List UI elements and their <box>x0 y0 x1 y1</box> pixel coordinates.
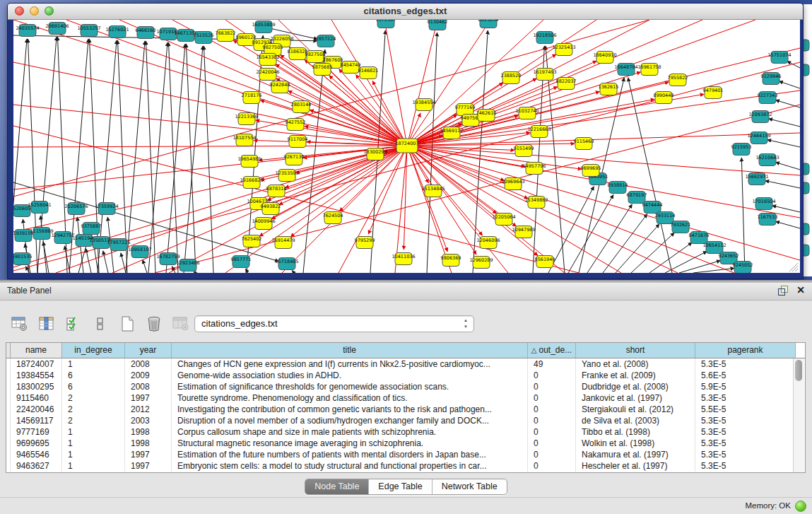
column-header-title[interactable]: title <box>172 343 528 358</box>
table-row[interactable]: 1456911722003Disruption of a novel membe… <box>6 415 805 426</box>
cell-in_degree[interactable]: 1 <box>62 449 125 460</box>
cell-year[interactable]: 2003 <box>125 415 172 426</box>
table-scrollbar-thumb[interactable] <box>795 360 802 381</box>
cell-pagerank[interactable]: 5.6E-5 <box>695 370 796 381</box>
table-select-dropdown[interactable]: citations_edges.txt ▲▼ <box>194 315 474 332</box>
tab-network-table[interactable]: Network Table <box>433 479 507 494</box>
cell-in_degree[interactable]: 1 <box>62 438 125 449</box>
cell-pagerank[interactable]: 5.3E-5 <box>695 449 796 460</box>
column-header-year[interactable]: year <box>125 343 172 358</box>
cell-pagerank[interactable]: 5.3E-5 <box>695 415 796 426</box>
cell-title[interactable]: Tourette syndrome. Phenomenology and cla… <box>172 392 528 404</box>
cell-short[interactable]: Stergiakouli et al. (2012) <box>576 404 695 415</box>
column-header-name[interactable]: name <box>11 343 62 358</box>
table-scrollbar[interactable] <box>793 358 804 472</box>
cell-in_degree[interactable]: 6 <box>62 370 125 381</box>
table-row[interactable]: 946554611997Estimation of the future num… <box>6 449 805 460</box>
cell-out_degree[interactable]: 0 <box>528 438 576 449</box>
cell-year[interactable]: 2009 <box>125 370 172 381</box>
cell-year[interactable]: 1998 <box>125 438 172 449</box>
cell-short[interactable]: Hescheler et al. (1997) <box>576 460 695 472</box>
cell-out_degree[interactable]: 49 <box>528 358 576 370</box>
cell-pagerank[interactable]: 5.3E-5 <box>695 426 796 438</box>
cell-out_degree[interactable]: 0 <box>528 404 576 415</box>
cell-out_degree[interactable]: 0 <box>528 392 576 404</box>
tab-node-table[interactable]: Node Table <box>305 479 369 494</box>
cell-out_degree[interactable]: 0 <box>528 426 576 438</box>
select-column-icon[interactable] <box>37 314 57 334</box>
cell-name[interactable]: 9699695 <box>11 438 62 449</box>
column-header-out_degree[interactable]: △out_de... <box>528 343 576 358</box>
cell-in_degree[interactable]: 6 <box>62 381 125 392</box>
table-row[interactable]: 2242004622012Investigating the contribut… <box>6 404 805 415</box>
cell-in_degree[interactable]: 1 <box>62 460 125 472</box>
cell-title[interactable]: Embryonic stem cells: a model to study s… <box>172 460 528 472</box>
cell-name[interactable]: 18724007 <box>11 358 62 370</box>
cell-pagerank[interactable]: 5.3E-5 <box>695 392 796 404</box>
cell-short[interactable]: Dudbridge et al. (2008) <box>576 381 695 392</box>
cell-year[interactable]: 1997 <box>125 460 172 472</box>
table-row[interactable]: 946362711997Embryonic stem cells: a mode… <box>6 460 805 472</box>
cell-short[interactable]: Tibbo et al. (1998) <box>576 426 695 438</box>
cell-in_degree[interactable]: 1 <box>62 426 125 438</box>
cell-title[interactable]: Estimation of significance thresholds fo… <box>172 381 528 392</box>
cell-short[interactable]: Jankovic et al. (1997) <box>576 392 695 404</box>
table-row[interactable]: 969969511998Structural magnetic resonanc… <box>6 438 805 449</box>
cell-short[interactable]: Yano et al. (2008) <box>576 358 695 370</box>
cell-year[interactable]: 2008 <box>125 381 172 392</box>
cell-short[interactable]: Nakamura et al. (1997) <box>576 449 695 460</box>
new-table-icon[interactable] <box>117 314 137 334</box>
cell-year[interactable]: 1997 <box>125 392 172 404</box>
cell-short[interactable]: de Silva et al. (2003) <box>576 415 695 426</box>
row-height-icon[interactable] <box>90 314 110 334</box>
cell-name[interactable]: 9463627 <box>11 460 62 472</box>
cell-year[interactable]: 2008 <box>125 358 172 370</box>
cell-title[interactable]: Genome-wide association studies in ADHD. <box>172 370 528 381</box>
window-titlebar[interactable]: citations_edges.txt <box>8 4 803 20</box>
column-header-pagerank[interactable]: pagerank <box>695 343 796 358</box>
delete-icon[interactable] <box>144 314 164 334</box>
cell-name[interactable]: 22420046 <box>11 404 62 415</box>
cell-pagerank[interactable]: 5.3E-5 <box>695 438 796 449</box>
close-panel-icon[interactable]: ✕ <box>796 285 805 295</box>
cell-in_degree[interactable]: 2 <box>62 415 125 426</box>
cell-name[interactable]: 18300295 <box>11 381 62 392</box>
cell-title[interactable]: Structural magnetic resonance image aver… <box>172 438 528 449</box>
cell-year[interactable]: 1998 <box>125 426 172 438</box>
cell-pagerank[interactable]: 5.3E-5 <box>695 460 796 472</box>
table-row[interactable]: 1938455462009Genome-wide association stu… <box>6 370 805 381</box>
network-canvas[interactable]: 1872400724035574206914061055325715276021… <box>13 20 800 273</box>
cell-name[interactable]: 9465546 <box>11 449 62 460</box>
canvas-resize-grip[interactable] <box>789 263 798 271</box>
cell-short[interactable]: Franke et al. (2009) <box>576 370 695 381</box>
table-row[interactable]: 1830029562008Estimation of significance … <box>6 381 805 392</box>
table-row[interactable]: 1872400712008Changes of HCN gene express… <box>6 358 805 370</box>
cell-out_degree[interactable]: 0 <box>528 381 576 392</box>
cell-year[interactable]: 1997 <box>125 449 172 460</box>
cell-name[interactable]: 19384554 <box>11 370 62 381</box>
cell-year[interactable]: 2012 <box>125 404 172 415</box>
cell-title[interactable]: Changes of HCN gene expression and I(f) … <box>172 358 528 370</box>
cell-pagerank[interactable]: 5.3E-5 <box>695 358 796 370</box>
column-header-short[interactable]: short <box>576 343 695 358</box>
cell-pagerank[interactable]: 5.9E-5 <box>695 381 796 392</box>
cell-out_degree[interactable]: 0 <box>528 460 576 472</box>
tab-edge-table[interactable]: Edge Table <box>369 479 432 494</box>
table-settings-icon[interactable] <box>10 314 30 334</box>
column-header-in_degree[interactable]: in_degree <box>62 343 125 358</box>
cell-out_degree[interactable]: 0 <box>528 415 576 426</box>
cell-name[interactable]: 9777169 <box>11 426 62 438</box>
cell-name[interactable]: 14569117 <box>11 415 62 426</box>
table-row[interactable]: 911546021997Tourette syndrome. Phenomeno… <box>6 392 805 404</box>
cell-out_degree[interactable]: 0 <box>528 449 576 460</box>
cell-in_degree[interactable]: 2 <box>62 392 125 404</box>
cell-title[interactable]: Disruption of a novel member of a sodium… <box>172 415 528 426</box>
cell-title[interactable]: Estimation of the future numbers of pati… <box>172 449 528 460</box>
cell-short[interactable]: Wolkin et al. (1998) <box>576 438 695 449</box>
select-rows-check-icon[interactable] <box>64 314 83 334</box>
cell-title[interactable]: Corpus callosum shape and size in male p… <box>172 426 528 438</box>
cell-name[interactable]: 9115460 <box>11 392 62 404</box>
cell-out_degree[interactable]: 0 <box>528 370 576 381</box>
table-row[interactable]: 977716911998Corpus callosum shape and si… <box>6 426 805 438</box>
cell-pagerank[interactable]: 5.5E-5 <box>695 404 796 415</box>
